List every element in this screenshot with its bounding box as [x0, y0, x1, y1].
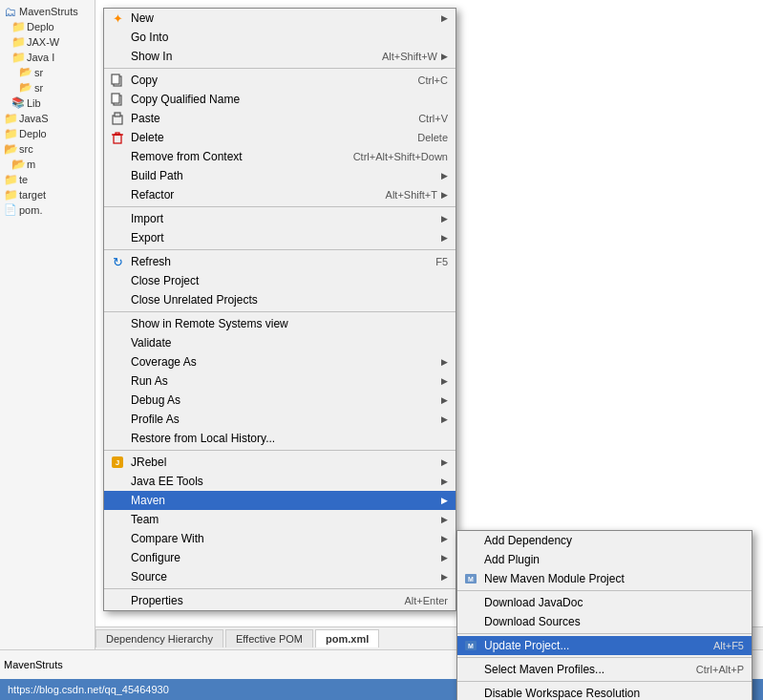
folder-icon: 📂	[11, 158, 25, 171]
folder-icon: 📁	[4, 188, 17, 202]
sidebar-label: sr	[34, 67, 43, 78]
menu-item-properties[interactable]: Properties Alt+Enter	[104, 591, 456, 610]
menu-item-jrebel[interactable]: J JRebel	[104, 453, 456, 472]
status-url: https://blog.csdn.net/qq_45464930	[8, 684, 169, 695]
context-menu: ✦ New Go Into Show In Alt+Shift+W Copy C…	[103, 8, 456, 611]
sidebar-label: Deplo	[27, 21, 54, 32]
submenu-item-download-javadoc[interactable]: Download JavaDoc	[457, 593, 752, 612]
menu-item-validate[interactable]: Validate	[104, 333, 456, 352]
menu-item-show-remote[interactable]: Show in Remote Systems view	[104, 314, 456, 333]
submenu-item-new-maven-module[interactable]: M New Maven Module Project	[457, 569, 752, 588]
menu-item-refactor[interactable]: Refactor Alt+Shift+T	[104, 185, 456, 204]
sidebar-label: sr	[34, 82, 43, 94]
menu-item-coverage-as[interactable]: Coverage As	[104, 352, 456, 371]
menu-item-import[interactable]: Import	[104, 209, 456, 228]
svg-rect-8	[116, 133, 119, 135]
separator	[104, 68, 456, 69]
delete-icon	[110, 130, 125, 145]
menu-item-restore-history[interactable]: Restore from Local History...	[104, 429, 456, 448]
menu-item-delete[interactable]: Delete Delete	[104, 128, 456, 147]
separator	[457, 681, 752, 682]
folder-icon: 📁	[4, 173, 17, 186]
menu-item-new[interactable]: ✦ New	[104, 9, 456, 28]
tab-pom-xml[interactable]: pom.xml	[315, 629, 379, 647]
menu-item-copy-qualified[interactable]: Copy Qualified Name	[104, 90, 456, 109]
folder-icon: 📁	[11, 51, 25, 64]
submenu-item-add-dependency[interactable]: Add Dependency	[457, 531, 752, 550]
menu-item-copy[interactable]: Copy Ctrl+C	[104, 71, 456, 90]
menu-item-maven[interactable]: Maven	[104, 491, 456, 510]
paste-icon	[110, 111, 125, 126]
separator	[104, 206, 456, 207]
sidebar-item-mavenstruts[interactable]: 🗂 MavenStruts	[2, 4, 93, 19]
menu-item-debug-as[interactable]: Debug As	[104, 391, 456, 410]
menu-item-configure[interactable]: Configure	[104, 548, 456, 567]
menu-item-run-as[interactable]: Run As	[104, 371, 456, 391]
sidebar-item-deplo2[interactable]: 📁 Deplo	[2, 126, 93, 141]
folder-icon: 📁	[4, 112, 17, 125]
sidebar-item-sr2[interactable]: 📂 sr	[2, 80, 93, 95]
menu-item-show-in[interactable]: Show In Alt+Shift+W	[104, 47, 456, 66]
sidebar-item-m[interactable]: 📂 m	[2, 157, 93, 172]
menu-item-team[interactable]: Team	[104, 510, 456, 529]
sidebar-item-jaxw[interactable]: 📁 JAX-W	[2, 34, 93, 50]
sidebar-item-deplo[interactable]: 📁 Deplo	[2, 19, 93, 34]
xml-file-icon: 📄	[4, 203, 17, 217]
folder-icon: 📂	[19, 81, 32, 95]
submenu-item-select-profiles[interactable]: Select Maven Profiles... Ctrl+Alt+P	[457, 660, 752, 679]
submenu-item-download-sources[interactable]: Download Sources	[457, 612, 752, 631]
folder-icon: 📂	[19, 66, 32, 79]
folder-icon: 📁	[11, 20, 25, 33]
project-sidebar: 🗂 MavenStruts 📁 Deplo 📁 JAX-W 📁 Java I 📂…	[0, 0, 95, 649]
submenu-item-update-project[interactable]: M Update Project... Alt+F5	[457, 636, 752, 655]
sidebar-item-pom[interactable]: 📄 pom.	[2, 202, 93, 218]
folder-icon: 📁	[4, 127, 17, 140]
new-icon: ✦	[110, 11, 125, 26]
folder-icon: 📂	[4, 142, 17, 156]
separator	[104, 450, 456, 451]
svg-rect-6	[114, 135, 121, 143]
menu-item-profile-as[interactable]: Profile As	[104, 410, 456, 429]
sidebar-label: m	[27, 159, 35, 170]
sidebar-label: JAX-W	[27, 36, 59, 48]
separator	[457, 657, 752, 658]
refresh-icon: ↻	[110, 254, 125, 269]
menu-item-refresh[interactable]: ↻ Refresh F5	[104, 252, 456, 271]
project-icon: 🗂	[4, 5, 17, 18]
library-icon: 📚	[11, 96, 25, 110]
menu-item-java-ee-tools[interactable]: Java EE Tools	[104, 472, 456, 491]
menu-item-go-into[interactable]: Go Into	[104, 28, 456, 47]
sidebar-item-te[interactable]: 📁 te	[2, 172, 93, 187]
menu-item-build-path[interactable]: Build Path	[104, 166, 456, 185]
svg-rect-1	[112, 74, 119, 84]
sidebar-item-target[interactable]: 📁 target	[2, 187, 93, 202]
submenu-item-disable-workspace[interactable]: Disable Workspace Resolution	[457, 684, 752, 700]
update-icon: M	[463, 638, 478, 653]
jrebel-icon: J	[110, 455, 125, 470]
menu-item-export[interactable]: Export	[104, 228, 456, 247]
menu-item-paste[interactable]: Paste Ctrl+V	[104, 109, 456, 128]
sidebar-label: pom.	[19, 204, 42, 216]
menu-item-close-project[interactable]: Close Project	[104, 271, 456, 290]
sidebar-item-src[interactable]: 📂 src	[2, 141, 93, 157]
svg-text:J: J	[116, 458, 119, 467]
menu-item-close-unrelated[interactable]: Close Unrelated Projects	[104, 290, 456, 309]
copy-icon	[110, 73, 125, 88]
sidebar-item-java[interactable]: 📁 Java I	[2, 50, 93, 65]
tab-dependency-hierarchy[interactable]: Dependency Hierarchy	[95, 629, 223, 647]
copy-qualified-icon	[110, 92, 125, 107]
sidebar-item-lib[interactable]: 📚 Lib	[2, 95, 93, 111]
submenu-item-add-plugin[interactable]: Add Plugin	[457, 550, 752, 569]
menu-item-source[interactable]: Source	[104, 567, 456, 586]
sidebar-item-sr1[interactable]: 📂 sr	[2, 65, 93, 80]
footer-label: MavenStruts	[4, 659, 63, 670]
separator	[457, 633, 752, 634]
separator	[104, 588, 456, 589]
sidebar-item-javas[interactable]: 📁 JavaS	[2, 111, 93, 126]
tab-effective-pom[interactable]: Effective POM	[225, 629, 313, 647]
sidebar-label: Java I	[27, 52, 54, 63]
menu-item-remove-context[interactable]: Remove from Context Ctrl+Alt+Shift+Down	[104, 147, 456, 166]
svg-rect-3	[112, 94, 119, 103]
menu-item-compare-with[interactable]: Compare With	[104, 529, 456, 548]
sidebar-label: JavaS	[19, 113, 49, 124]
